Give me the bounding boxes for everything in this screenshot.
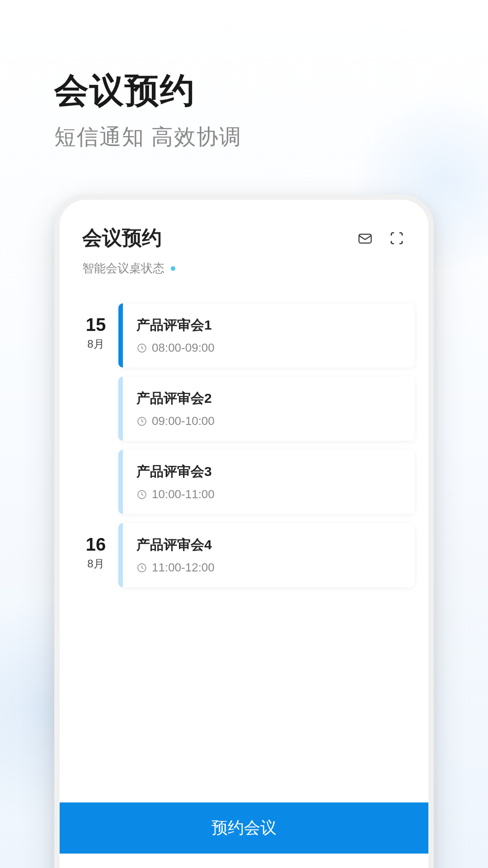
meeting-card[interactable]: 产品评审会3 10:00-11:00: [118, 450, 415, 514]
book-meeting-button[interactable]: 预约会议: [60, 802, 428, 854]
phone-screen: 会议预约: [60, 200, 428, 868]
date-month: 8月: [73, 557, 118, 571]
meeting-card[interactable]: 产品评审会1 08:00-09:00: [118, 303, 415, 368]
meeting-title: 产品评审会3: [136, 462, 401, 481]
meeting-time: 09:00-10:00: [136, 414, 401, 428]
phone-frame: 会议预约: [54, 194, 434, 868]
document-icon: [235, 867, 253, 868]
date-column: 15 8月: [73, 303, 118, 523]
meeting-indicator-inactive: [118, 523, 123, 587]
meeting-card[interactable]: 产品评审会2 09:00-10:00: [118, 377, 415, 441]
bottom-nav: 预约 记录 我的: [60, 854, 428, 868]
page-subtitle: 短信通知 高效协调: [54, 123, 242, 151]
meeting-time-text: 08:00-09:00: [152, 341, 215, 355]
day-group: 16 8月 产品评审会4: [73, 523, 415, 596]
clock-icon: [136, 562, 147, 573]
mail-icon[interactable]: [356, 229, 374, 247]
clock-icon: [136, 343, 147, 354]
meeting-indicator-inactive: [118, 377, 123, 441]
meeting-time-text: 09:00-10:00: [152, 414, 215, 428]
date-month: 8月: [73, 337, 118, 351]
calendar-check-icon: [113, 867, 130, 868]
meeting-list[interactable]: 15 8月 产品评审会1: [60, 285, 428, 868]
meeting-title: 产品评审会2: [136, 389, 401, 408]
meeting-indicator-active: [118, 303, 123, 368]
meeting-body: 产品评审会4 11:00-12:00: [123, 523, 415, 587]
nav-item-book[interactable]: 预约: [60, 854, 183, 868]
status-dot-icon: [171, 266, 175, 271]
clock-icon: [136, 489, 147, 500]
date-day: 16: [73, 534, 118, 555]
page-heading: 会议预约 短信通知 高效协调: [54, 68, 242, 151]
scan-icon[interactable]: [388, 229, 406, 247]
app-header: 会议预约: [60, 200, 428, 285]
meeting-time: 11:00-12:00: [136, 561, 401, 575]
meeting-time: 10:00-11:00: [136, 487, 401, 501]
meeting-card[interactable]: 产品评审会4 11:00-12:00: [118, 523, 415, 587]
meeting-title: 产品评审会4: [136, 536, 401, 554]
meeting-title: 产品评审会1: [136, 316, 401, 335]
page-title: 会议预约: [54, 68, 242, 114]
date-day: 15: [73, 315, 118, 335]
meeting-time-text: 10:00-11:00: [152, 487, 215, 501]
status-label: 智能会议桌状态: [82, 260, 164, 276]
nav-item-records[interactable]: 记录: [183, 854, 305, 868]
meeting-body: 产品评审会1 08:00-09:00: [123, 303, 415, 368]
meeting-body: 产品评审会3 10:00-11:00: [123, 450, 415, 514]
person-icon: [358, 867, 375, 868]
date-column: 16 8月: [73, 523, 118, 596]
header-top: 会议预约: [82, 225, 406, 251]
clock-icon: [136, 416, 147, 427]
app-title: 会议预约: [82, 225, 162, 251]
meeting-time: 08:00-09:00: [136, 341, 401, 355]
nav-item-profile[interactable]: 我的: [305, 854, 428, 868]
day-group: 15 8月 产品评审会1: [73, 303, 415, 523]
svg-rect-0: [359, 234, 371, 243]
meetings-column: 产品评审会1 08:00-09:00: [118, 303, 415, 523]
meeting-time-text: 11:00-12:00: [152, 561, 215, 575]
meeting-indicator-inactive: [118, 450, 123, 514]
header-icons: [356, 229, 406, 247]
status-row: 智能会议桌状态: [82, 260, 406, 276]
meetings-column: 产品评审会4 11:00-12:00: [118, 523, 415, 596]
meeting-body: 产品评审会2 09:00-10:00: [123, 377, 415, 441]
